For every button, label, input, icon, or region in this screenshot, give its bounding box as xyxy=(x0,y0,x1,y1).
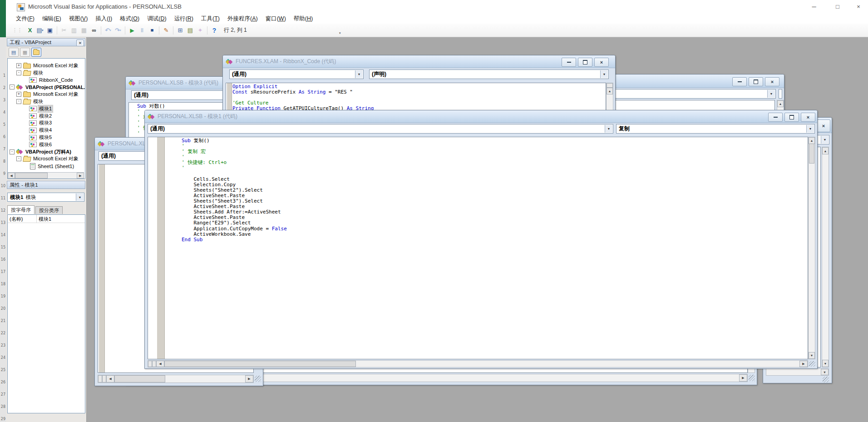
tree-item-模块3[interactable]: 模块3 xyxy=(8,119,85,126)
horizontal-scrollbar[interactable]: ▼ xyxy=(766,368,829,376)
split-handle[interactable] xyxy=(102,375,106,382)
expand-icon[interactable]: + xyxy=(16,92,21,97)
restore-button[interactable] xyxy=(578,58,592,67)
tree-item-VBAProject-万科A-[interactable]: -VBAProject (万科A) xyxy=(8,149,85,155)
object-combo[interactable]: (通用) ▼ xyxy=(148,124,613,134)
toolbar-overflow-icon[interactable]: ▾ xyxy=(338,26,342,35)
menu-A[interactable]: 外接程序(A) xyxy=(227,15,258,23)
paste-icon[interactable]: ▦ xyxy=(79,26,89,35)
property-row[interactable]: (名称) 模块1 xyxy=(8,215,85,223)
project-explorer-icon[interactable]: ⊞ xyxy=(176,26,185,35)
resize-grip[interactable] xyxy=(749,375,755,381)
scroll-down-icon[interactable]: ▼ xyxy=(809,352,815,359)
menu-H[interactable]: 帮助(H) xyxy=(294,15,313,23)
close-icon[interactable]: ✕ xyxy=(76,40,84,46)
tree-item-模块6[interactable]: 模块6 xyxy=(8,141,85,148)
dropdown-icon[interactable]: ▼ xyxy=(355,70,363,78)
tree-item-Sheet1-Sheet1-[interactable]: Sheet1 (Sheet1) xyxy=(8,163,85,169)
collapse-icon[interactable]: - xyxy=(10,149,15,154)
object-browser-icon[interactable]: ✦ xyxy=(196,26,205,35)
menu-F[interactable]: 文件(F) xyxy=(16,15,35,23)
close-button[interactable]: × xyxy=(594,58,609,67)
save-icon[interactable]: ▣ xyxy=(45,26,54,35)
dropdown-icon[interactable]: ▼ xyxy=(767,90,775,98)
vertical-scrollbar[interactable]: ▲ ▼ xyxy=(822,147,829,367)
scroll-left-icon[interactable]: ◀ xyxy=(106,375,114,382)
restore-button[interactable] xyxy=(749,77,763,86)
excel-icon[interactable]: X xyxy=(25,26,35,35)
declarations-combo[interactable]: (声明) ▼ xyxy=(369,70,609,79)
tree-horizontal-scrollbar[interactable]: ◀ ▶ xyxy=(8,172,84,179)
scroll-up-icon[interactable]: ▲ xyxy=(809,137,815,144)
menu-W[interactable]: 窗口(W) xyxy=(266,15,286,23)
resize-grip[interactable] xyxy=(823,377,829,382)
procedure-combo[interactable]: 复制 ▼ xyxy=(616,124,815,134)
tree-item-Microsoft-Excel-对象[interactable]: +Microsoft Excel 对象 xyxy=(8,91,85,98)
scroll-right-icon[interactable]: ▶ xyxy=(739,374,747,382)
tree-item-Microsoft-Excel-对象[interactable]: +Microsoft Excel 对象 xyxy=(8,62,85,69)
design-mode-icon[interactable]: ✎ xyxy=(162,26,171,35)
dropdown-icon[interactable]: ▼ xyxy=(605,125,612,133)
menu-R[interactable]: 运行(R) xyxy=(174,15,193,23)
minimize-button[interactable]: ─ xyxy=(804,0,824,13)
horizontal-scrollbar[interactable]: ◀ ▶ xyxy=(98,375,254,383)
menu-D[interactable]: 调试(D) xyxy=(147,15,166,23)
scroll-up-icon[interactable]: ▲ xyxy=(822,147,829,154)
close-button[interactable]: × xyxy=(765,77,779,86)
scroll-thumb[interactable] xyxy=(15,173,48,179)
close-button[interactable]: × xyxy=(848,0,868,13)
tree-item-模块4[interactable]: 模块4 xyxy=(8,127,85,134)
close-button[interactable]: × xyxy=(801,113,815,122)
tree-item-RibbonX_Code[interactable]: RibbonX_Code xyxy=(8,77,85,84)
dropdown-icon[interactable]: ▼ xyxy=(806,125,814,133)
code-editor[interactable]: Sub 复制()'' 复制 宏'' 快捷键: Ctrl+o' Cells.Sel… xyxy=(148,137,808,359)
menu-I[interactable]: 插入(I) xyxy=(95,15,112,23)
object-combo[interactable]: (通用) ▼ xyxy=(229,70,364,79)
tree-item-模块1[interactable]: 模块1 xyxy=(8,105,85,112)
scroll-thumb[interactable] xyxy=(114,375,165,382)
toggle-folders-icon[interactable] xyxy=(31,48,41,57)
menu-T[interactable]: 工具(T) xyxy=(201,15,220,23)
dropdown-icon[interactable]: ▼ xyxy=(76,194,84,201)
properties-panel-titlebar[interactable]: 属性 - 模块1 ✕ xyxy=(7,181,85,189)
menu-V[interactable]: 视图(V) xyxy=(69,15,88,23)
code-window-module1-active[interactable]: PERSONAL.XLSB - 模块1 (代码) × (通用) ▼ 复制 ▼ S… xyxy=(144,110,818,369)
vertical-scrollbar[interactable]: ▲ ▼ xyxy=(808,137,815,359)
find-icon[interactable]: ∞ xyxy=(89,26,99,35)
minimize-button[interactable] xyxy=(562,58,576,67)
scroll-down-icon[interactable]: ▼ xyxy=(821,369,829,375)
dropdown-icon[interactable]: ▼ xyxy=(600,70,608,78)
tree-item-模块[interactable]: -模块 xyxy=(8,98,85,105)
scroll-up-icon[interactable]: ▲ xyxy=(607,88,613,94)
dropdown-icon[interactable]: ▼ xyxy=(821,136,829,144)
restore-button[interactable] xyxy=(784,113,799,122)
scroll-right-icon[interactable]: ▶ xyxy=(77,173,84,179)
scroll-left-icon[interactable]: ◀ xyxy=(156,361,164,367)
run-icon[interactable]: ▶ xyxy=(128,26,137,35)
resize-grip[interactable] xyxy=(809,361,815,367)
collapse-icon[interactable]: - xyxy=(10,84,15,89)
stop-icon[interactable]: ■ xyxy=(148,26,157,35)
tree-item-模块[interactable]: -模块 xyxy=(8,70,85,76)
help-icon[interactable]: ? xyxy=(210,26,219,35)
tree-item-VBAProject-PERSONAL-XLSB-[interactable]: -VBAProject (PERSONAL.XLSB) xyxy=(8,84,85,90)
horizontal-scrollbar[interactable]: ◀ ▶ xyxy=(148,360,808,367)
procedure-combo[interactable] xyxy=(779,89,782,99)
copy-icon[interactable]: ▥ xyxy=(69,26,79,35)
minimize-button[interactable] xyxy=(768,113,783,122)
collapse-icon[interactable]: - xyxy=(16,156,21,161)
expand-icon[interactable]: + xyxy=(16,63,21,68)
scroll-right-icon[interactable]: ▶ xyxy=(245,375,253,382)
project-panel-titlebar[interactable]: 工程 - VBAProject ✕ xyxy=(7,38,85,46)
insert-userform-icon[interactable]: ▤▾ xyxy=(35,26,44,35)
tab-categorized[interactable]: 按分类序 xyxy=(35,206,63,214)
split-handle[interactable] xyxy=(152,361,156,367)
split-handle[interactable] xyxy=(148,361,152,367)
collapse-icon[interactable]: - xyxy=(16,70,21,75)
scroll-right-icon[interactable]: ▶ xyxy=(799,361,808,367)
menu-E[interactable]: 编辑(E) xyxy=(42,15,61,23)
properties-object-combo[interactable]: 模块1 模块 ▼ xyxy=(7,193,84,202)
split-handle[interactable] xyxy=(607,83,613,88)
scroll-up-icon[interactable]: ▲ xyxy=(777,100,784,107)
properties-window-icon[interactable]: ▤ xyxy=(186,26,195,35)
